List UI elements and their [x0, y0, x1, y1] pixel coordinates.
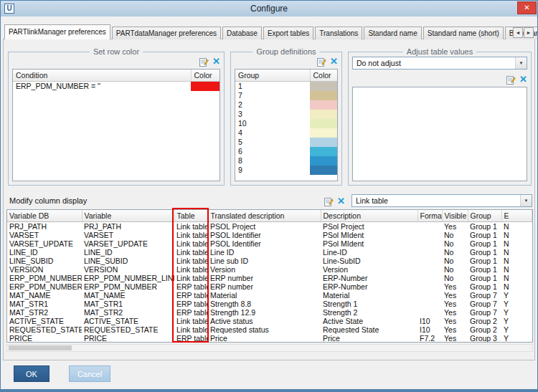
edit-icon[interactable]: [199, 57, 209, 66]
tab-database[interactable]: Database: [222, 27, 262, 39]
table-row[interactable]: PRJ_PATHPRJ_PATHLink tablePSOL ProjectPS…: [7, 221, 532, 231]
column-header-format[interactable]: Format: [417, 210, 442, 221]
close-icon: ✕: [524, 4, 529, 11]
table-row[interactable]: VERSIONVERSIONLink tableVersionVersionNo…: [7, 265, 532, 274]
adjust-toolbar: ✕: [506, 74, 527, 84]
cancel-button[interactable]: Cancel: [69, 365, 110, 382]
tab-scroll-left-button[interactable]: ◄: [513, 27, 523, 38]
table-select[interactable]: Link table ▼: [351, 194, 532, 207]
adjust-mode-value: Do not adjust: [357, 59, 401, 67]
table-row[interactable]: REQUESTED_STATEREQUESTED_STATELink table…: [7, 325, 532, 334]
table-row[interactable]: ERP_PDM_NUMBERERP_PDM_NUMBER_LINKTABLELi…: [7, 274, 532, 282]
clear-icon[interactable]: ✕: [212, 57, 220, 66]
group-row[interactable]: 5: [235, 138, 337, 147]
tab-scroll-right-button[interactable]: ►: [524, 27, 534, 38]
group-number-cell: 4: [235, 128, 310, 138]
condition-column-header[interactable]: Condition: [13, 70, 191, 81]
condition-cell: ERP_PDM_NUMBER = '': [13, 81, 191, 91]
set-row-color-title: Set row color: [90, 47, 143, 57]
group-number-cell: 7: [235, 91, 310, 100]
table-row[interactable]: PRICEPRICEERP tablePricePriceF7.2YesGrou…: [7, 334, 532, 343]
group-color-swatch: [310, 128, 337, 138]
group-column-header[interactable]: Group: [235, 70, 310, 81]
column-header-variable[interactable]: Variable: [82, 210, 174, 221]
condition-table: Condition Color ERP_PDM_NUMBER = '': [12, 69, 220, 181]
tab-partdatamanager-preferences[interactable]: PARTdataManager preferences: [112, 27, 221, 39]
tab-standard-name[interactable]: Standard name: [364, 27, 421, 39]
group-row[interactable]: 8: [235, 156, 337, 166]
column-header-e[interactable]: E: [501, 210, 532, 221]
chevron-down-icon: ▼: [520, 195, 532, 206]
table-row[interactable]: VARSET_UPDATEVARSET_UPDATELink tablePSOL…: [7, 239, 532, 248]
clear-icon[interactable]: ✕: [337, 196, 345, 206]
group-number-cell: 10: [235, 119, 310, 128]
column-header-translated-description[interactable]: Translated description: [208, 210, 321, 221]
group-row[interactable]: 4: [235, 128, 337, 138]
group-color-swatch: [310, 91, 337, 100]
edit-icon[interactable]: [317, 57, 326, 66]
group-number-cell: 6: [235, 147, 310, 156]
clear-icon[interactable]: ✕: [330, 57, 338, 66]
group-row[interactable]: 2: [235, 100, 337, 110]
group-table: Group Color 17231045689: [235, 69, 338, 181]
table-row[interactable]: VARSETVARSETLink tablePSOL IdentifierPSo…: [7, 231, 532, 239]
set-row-color-group: Set row color ✕ Condition Color ERP_PDM_…: [8, 52, 225, 186]
group-row[interactable]: 9: [235, 166, 337, 175]
condition-color-column-header[interactable]: Color: [191, 70, 220, 81]
group-number-cell: 8: [235, 156, 310, 166]
table-row[interactable]: LINE_SUBIDLINE_SUBIDLink tableLine sub I…: [7, 257, 532, 265]
set-row-color-body: ERP_PDM_NUMBER = '': [13, 81, 220, 91]
clear-icon[interactable]: ✕: [519, 75, 527, 84]
table-row[interactable]: ACTIVE_STATEACTIVE_STATELink tableActive…: [7, 317, 532, 325]
edit-icon[interactable]: [324, 196, 334, 206]
group-row[interactable]: 7: [235, 91, 337, 100]
column-header-visible[interactable]: Visible: [442, 210, 468, 221]
column-header-group[interactable]: Group: [468, 210, 501, 221]
table-row[interactable]: ERP_PDM_NUMBERERP_PDM_NUMBERERP tableERP…: [7, 282, 532, 291]
modify-toolbar: ✕: [324, 196, 345, 206]
tab-partlinkmanager-preferences[interactable]: PARTlinkManager preferences: [4, 24, 110, 39]
modify-column-display-label: Modify column display: [9, 196, 87, 205]
ok-button[interactable]: OK: [14, 365, 49, 382]
adjust-table-values-group: Adjust table values Do not adjust ▼ ✕: [348, 52, 532, 186]
horizontal-scrollbar[interactable]: [6, 344, 533, 352]
adjust-table-values-title: Adjust table values: [403, 47, 476, 57]
table-row[interactable]: MAT_NAMEMAT_NAMEERP tableMaterialMateria…: [7, 291, 532, 300]
group-row[interactable]: 3: [235, 110, 337, 119]
group-row[interactable]: 10: [235, 119, 337, 128]
group-color-column-header[interactable]: Color: [310, 70, 337, 81]
row-color-swatch: [191, 82, 220, 91]
group-row[interactable]: 1: [235, 81, 337, 91]
group-color-swatch: [310, 166, 337, 175]
tab-bar: PARTlinkManager preferencesPARTdataManag…: [4, 24, 538, 39]
group-header-row: Group Color: [235, 70, 337, 81]
group-number-cell: 3: [235, 110, 310, 119]
condition-header-row: Condition Color: [13, 70, 220, 81]
condition-row[interactable]: ERP_PDM_NUMBER = '': [13, 81, 220, 91]
adjust-mode-select[interactable]: Do not adjust ▼: [352, 57, 527, 70]
group-definitions-group: Group definitions ✕ Group Color 17231045…: [230, 52, 342, 186]
tab-scroll-arrows: ◄ ►: [512, 27, 534, 38]
table-row[interactable]: LINE_IDLINE_IDLink tableLine IDLine-IDNo…: [7, 248, 532, 257]
edit-icon[interactable]: [506, 75, 516, 84]
table-row[interactable]: MAT_STR1MAT_STR1ERP tableStrength 8.8Str…: [7, 300, 532, 308]
group-row[interactable]: 6: [235, 147, 337, 156]
column-header-table[interactable]: Table: [174, 210, 208, 221]
window-title: Configure: [1, 1, 537, 16]
group-number-cell: 2: [235, 100, 310, 110]
title-bar[interactable]: U Configure ✕: [1, 1, 537, 16]
scrollbar-thumb[interactable]: [9, 345, 72, 350]
configure-dialog: U Configure ✕ PARTlinkManager preference…: [0, 0, 538, 392]
column-header-variable-db[interactable]: Variable DB: [7, 210, 82, 221]
close-button[interactable]: ✕: [517, 1, 537, 14]
group-color-swatch: [310, 119, 337, 128]
tab-export-tables[interactable]: Export tables: [263, 27, 313, 39]
group-color-swatch: [310, 147, 337, 156]
column-header-description[interactable]: Description: [321, 210, 417, 221]
table-row[interactable]: MAT_STR2MAT_STR2ERP tableStrength 12.9St…: [7, 308, 532, 317]
group-number-cell: 5: [235, 138, 310, 147]
columns-table-body: PRJ_PATHPRJ_PATHLink tablePSOL ProjectPS…: [7, 221, 532, 343]
group-color-swatch: [310, 138, 337, 147]
tab-translations[interactable]: Translations: [315, 27, 362, 39]
tab-standard-name-short[interactable]: Standard name (short): [423, 27, 504, 39]
